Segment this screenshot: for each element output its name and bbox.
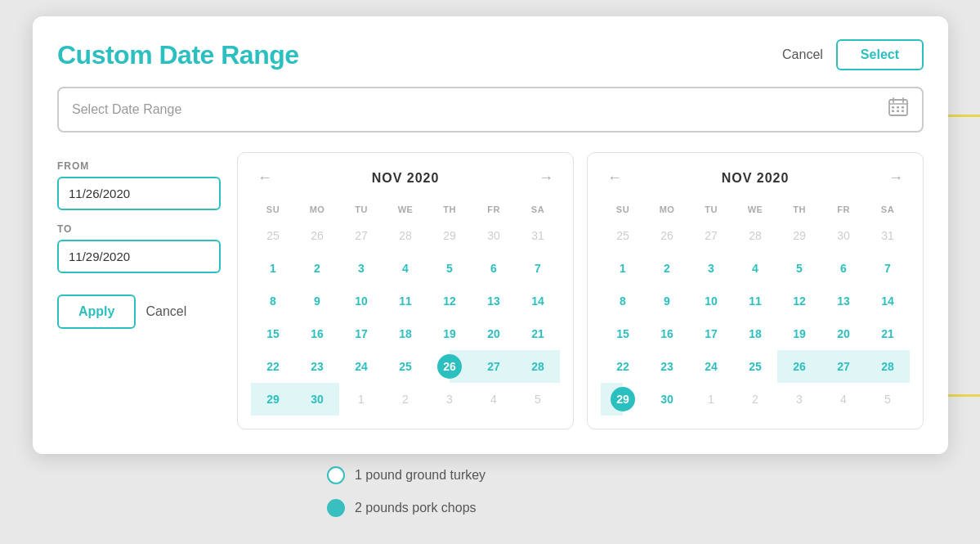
calendar-day-cell[interactable]: 30	[295, 383, 339, 416]
calendar-day-cell[interactable]: 16	[645, 317, 689, 350]
calendar-day-cell[interactable]: 20	[472, 317, 516, 350]
calendar-day-cell[interactable]: 6	[472, 252, 516, 285]
calendar-day-cell[interactable]: 29	[601, 383, 645, 416]
calendar-day-cell[interactable]: 8	[601, 285, 645, 317]
calendar-day-cell[interactable]: 14	[516, 285, 560, 317]
calendar-day-cell[interactable]: 9	[645, 285, 689, 317]
calendar-day-cell[interactable]: 24	[339, 350, 383, 383]
calendar-day-cell[interactable]: 3	[689, 252, 733, 285]
calendar-day-cell: 27	[339, 219, 383, 252]
calendar-day-cell[interactable]: 27	[472, 350, 516, 383]
calendar-day-cell[interactable]: 6	[821, 252, 866, 285]
calendar-day-cell: 30	[472, 219, 516, 252]
calendar-day-cell[interactable]: 29	[251, 383, 295, 416]
calendar-day-cell[interactable]: 13	[821, 285, 866, 317]
select-button[interactable]: Select	[836, 39, 924, 70]
prev-month-right-button[interactable]: ←	[601, 166, 629, 190]
date-range-input-bar[interactable]: Select Date Range	[57, 87, 924, 133]
calendar-day-cell[interactable]: 22	[251, 350, 295, 383]
calendar-week-row: 293012345	[601, 383, 910, 416]
left-panel: FROM TO Apply Cancel	[57, 152, 221, 329]
calendar-day-cell: 30	[821, 219, 866, 252]
calendar-week-row: 22232425262728	[251, 350, 560, 383]
next-month-right-button[interactable]: →	[882, 166, 910, 190]
calendar-day-cell: 28	[383, 219, 427, 252]
calendar-day-cell[interactable]: 26	[427, 350, 472, 383]
calendar-week-row: 891011121314	[251, 285, 560, 317]
calendar-day-cell[interactable]: 18	[383, 317, 427, 350]
calendar-day-cell[interactable]: 11	[733, 285, 777, 317]
to-date-input[interactable]	[57, 240, 221, 273]
calendar-left: ← NOV 2020 → SUMOTUWETHFRSA 252627282930…	[237, 152, 574, 429]
calendar-day-cell[interactable]: 1	[251, 252, 295, 285]
calendar-day-cell[interactable]: 18	[733, 317, 777, 350]
modal-body: FROM TO Apply Cancel ← NOV 2020 → SUM	[57, 152, 924, 429]
day-header: FR	[472, 200, 516, 219]
apply-button[interactable]: Apply	[57, 294, 136, 329]
calendar-day-cell[interactable]: 11	[383, 285, 427, 317]
svg-rect-8	[897, 110, 899, 113]
calendar-day-cell[interactable]: 12	[427, 285, 472, 317]
calendar-day-cell: 5	[866, 383, 910, 416]
calendar-day-cell[interactable]: 2	[645, 252, 689, 285]
calendar-day-cell[interactable]: 2	[295, 252, 339, 285]
calendar-day-cell[interactable]: 9	[295, 285, 339, 317]
calendar-day-cell[interactable]: 21	[516, 317, 560, 350]
calendar-week-row: 891011121314	[601, 285, 910, 317]
svg-rect-6	[902, 106, 904, 109]
calendar-right-nav: ← NOV 2020 →	[601, 166, 910, 190]
calendar-day-cell[interactable]: 19	[427, 317, 472, 350]
calendar-day-cell[interactable]: 20	[821, 317, 866, 350]
calendar-day-cell[interactable]: 7	[516, 252, 560, 285]
calendar-day-cell[interactable]: 28	[516, 350, 560, 383]
calendar-day-cell: 3	[777, 383, 821, 416]
calendar-day-cell[interactable]: 27	[821, 350, 866, 383]
calendar-day-cell[interactable]: 19	[777, 317, 821, 350]
calendar-day-cell[interactable]: 25	[733, 350, 777, 383]
calendar-day-cell[interactable]: 17	[339, 317, 383, 350]
calendar-day-cell[interactable]: 28	[866, 350, 910, 383]
calendar-day-cell[interactable]: 7	[866, 252, 910, 285]
calendar-day-cell[interactable]: 4	[383, 252, 427, 285]
calendar-week-row: 1234567	[251, 252, 560, 285]
calendar-day-cell[interactable]: 25	[383, 350, 427, 383]
day-header: SA	[866, 200, 910, 219]
calendar-day-cell: 26	[645, 219, 689, 252]
calendar-day-cell[interactable]: 23	[645, 350, 689, 383]
calendar-day-cell[interactable]: 15	[601, 317, 645, 350]
prev-month-left-button[interactable]: ←	[251, 166, 279, 190]
calendar-day-cell[interactable]: 10	[689, 285, 733, 317]
calendar-left-nav: ← NOV 2020 →	[251, 166, 560, 190]
day-header: TU	[339, 200, 383, 219]
calendar-day-cell[interactable]: 16	[295, 317, 339, 350]
calendar-day-cell[interactable]: 22	[601, 350, 645, 383]
calendar-day-cell[interactable]: 4	[733, 252, 777, 285]
calendar-day-cell[interactable]: 30	[645, 383, 689, 416]
calendar-day-cell[interactable]: 21	[866, 317, 910, 350]
calendar-day-cell: 31	[516, 219, 560, 252]
calendar-day-cell[interactable]: 15	[251, 317, 295, 350]
day-header: SA	[516, 200, 560, 219]
calendar-day-cell[interactable]: 26	[777, 350, 821, 383]
calendar-day-cell[interactable]: 10	[339, 285, 383, 317]
cancel-header-button[interactable]: Cancel	[782, 47, 823, 62]
calendar-day-cell[interactable]: 17	[689, 317, 733, 350]
calendar-day-cell[interactable]: 23	[295, 350, 339, 383]
modal-header: Custom Date Range Cancel Select	[57, 39, 924, 70]
calendar-day-cell[interactable]: 5	[427, 252, 472, 285]
calendar-day-cell[interactable]: 13	[472, 285, 516, 317]
day-header: TH	[427, 200, 472, 219]
from-date-input[interactable]	[57, 177, 221, 210]
calendar-day-cell[interactable]: 3	[339, 252, 383, 285]
calendar-day-cell[interactable]: 1	[601, 252, 645, 285]
next-month-left-button[interactable]: →	[532, 166, 560, 190]
calendar-right-grid: SUMOTUWETHFRSA 2526272829303112345678910…	[601, 200, 910, 416]
calendar-day-cell[interactable]: 14	[866, 285, 910, 317]
calendar-day-cell[interactable]: 24	[689, 350, 733, 383]
calendar-day-cell[interactable]: 8	[251, 285, 295, 317]
calendar-day-cell[interactable]: 12	[777, 285, 821, 317]
cancel-form-button[interactable]: Cancel	[145, 304, 186, 319]
day-header: MO	[295, 200, 339, 219]
circle-icon	[327, 466, 345, 484]
calendar-day-cell[interactable]: 5	[777, 252, 821, 285]
